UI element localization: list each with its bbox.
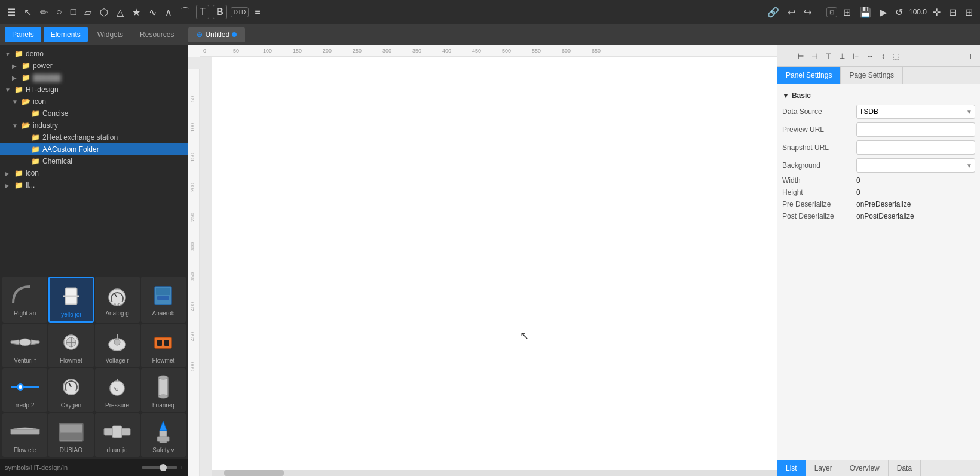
element-dubiao[interactable]: DUBIAO [48, 413, 93, 457]
zoom-slider[interactable] [142, 466, 177, 469]
align-center-h-icon[interactable]: ⊨ [795, 50, 807, 63]
tree-item-heat-exchange[interactable]: 📁 2Heat exchange station [0, 131, 188, 143]
align-right-icon[interactable]: ⊣ [808, 50, 820, 63]
align-center-v-icon[interactable]: ⊥ [836, 50, 848, 63]
tree-item-icon2[interactable]: ▶ 📁 icon [0, 167, 188, 179]
element-analog-gauge[interactable]: 0 kPa Analog g [95, 277, 140, 323]
tab-layer[interactable]: Layer [806, 460, 841, 476]
redo-icon[interactable]: ↪ [801, 4, 814, 20]
collapse-icon[interactable]: ▼ [782, 91, 789, 100]
refresh-icon[interactable]: ↺ [893, 4, 905, 20]
canvas-area[interactable]: 0 50 100 150 200 250 300 350 400 450 500… [188, 45, 777, 476]
tab-list[interactable]: List [777, 460, 806, 476]
tab-elements[interactable]: Elements [44, 27, 88, 42]
element-rredp[interactable]: rredp 2 [2, 368, 47, 412]
arc-icon[interactable]: ⌒ [178, 4, 192, 21]
bold-icon[interactable]: B [213, 5, 227, 19]
tab-widgets[interactable]: Widgets [90, 27, 130, 42]
element-duan-jie[interactable]: duan jie [95, 413, 140, 457]
element-flowmeter1[interactable]: Flowmet [48, 324, 93, 367]
separator [820, 6, 820, 18]
tree-item-aacustom[interactable]: 📁 AACustom Folder [0, 143, 188, 155]
element-pressure[interactable]: °C Pressure [95, 368, 140, 412]
window2-icon[interactable]: ⊞ [963, 4, 975, 20]
tab-resources[interactable]: Resources [133, 27, 181, 42]
element-right-angle[interactable]: Right an [2, 277, 47, 323]
data-source-select[interactable]: TSDB ▼ [856, 105, 975, 119]
background-select[interactable]: ▼ [856, 158, 975, 173]
star-icon[interactable]: ★ [130, 4, 143, 20]
distribute-h-icon[interactable]: ↔ [863, 50, 877, 63]
dtd-icon[interactable]: DTD [231, 7, 249, 17]
element-anaerob[interactable]: Anaerob [141, 277, 186, 323]
tree-item-chemical[interactable]: 📁 Chemical [0, 155, 188, 167]
preview-url-input[interactable] [856, 122, 975, 137]
parallelogram-icon[interactable]: ▱ [82, 4, 94, 20]
tree-item-blurred[interactable]: ▶ 📁 ██████ [0, 72, 188, 84]
element-oxygen[interactable]: Oxygen [48, 368, 93, 412]
rect-icon[interactable]: □ [68, 4, 79, 20]
scrollbar-thumb[interactable] [224, 470, 284, 476]
move-icon[interactable]: ✛ [930, 4, 943, 20]
text-icon[interactable]: T [196, 5, 209, 19]
play-icon[interactable]: ▶ [877, 4, 889, 20]
horizontal-scrollbar[interactable] [212, 470, 777, 476]
tree-view[interactable]: ▼ 📁 demo ▶ 📁 power ▶ 📁 ██████ ▼ 📁 HT-des… [0, 45, 188, 274]
grid-icon[interactable]: ⊞ [841, 4, 853, 20]
triangle-icon[interactable]: △ [114, 4, 126, 20]
element-label: Anaerob [142, 310, 185, 317]
tree-item-concise[interactable]: 📁 Concise [0, 108, 188, 119]
frame-icon[interactable]: ⊡ [826, 7, 837, 17]
tab-panel-settings[interactable]: Panel Settings [777, 67, 841, 84]
svg-rect-17 [157, 340, 162, 346]
tab-data[interactable]: Data [889, 460, 921, 476]
element-flowmeter2[interactable]: Flowmet [141, 324, 186, 367]
element-huanreq[interactable]: huanreq [141, 368, 186, 412]
prop-label-pre-deserialize: Pre Deserialize [782, 200, 854, 208]
element-voltage[interactable]: Voltage r [95, 324, 140, 367]
tree-label: 2Heat exchange station [42, 133, 118, 142]
svg-point-8 [19, 339, 31, 346]
element-safety-valve[interactable]: Safety v [141, 413, 186, 457]
tree-item-demo[interactable]: ▼ 📁 demo [0, 48, 188, 60]
distribute-v-icon[interactable]: ↕ [878, 50, 888, 63]
canvas-content[interactable]: ↖ [212, 57, 777, 476]
element-yello-join[interactable]: yello joi [48, 277, 93, 323]
more-align-icon[interactable]: ⫿ [967, 50, 976, 63]
undo-icon[interactable]: ↩ [785, 4, 798, 20]
hex-icon[interactable]: ⬡ [97, 4, 111, 20]
align-left-icon[interactable]: ⊢ [781, 50, 793, 63]
tab-panels[interactable]: Panels [5, 27, 41, 42]
align-top-icon[interactable]: ⊤ [822, 50, 834, 63]
fit-icon[interactable]: ⬚ [890, 50, 902, 63]
element-thumb [145, 372, 181, 402]
link-icon[interactable]: 🔗 [765, 4, 782, 20]
tree-item-li[interactable]: ▶ 📁 li... [0, 179, 188, 191]
circle-icon[interactable]: ○ [54, 4, 65, 20]
tree-item-icon[interactable]: ▼ 📂 icon [0, 96, 188, 108]
element-venturi[interactable]: Venturi f [2, 324, 47, 367]
list-icon[interactable]: ≡ [252, 4, 262, 20]
select-icon[interactable]: ↖ [22, 4, 34, 20]
pen-icon[interactable]: ✏ [38, 4, 50, 20]
tree-item-industry[interactable]: ▼ 📂 industry [0, 119, 188, 131]
align-bottom-icon[interactable]: ⊩ [850, 50, 862, 63]
tree-item-power[interactable]: ▶ 📁 power [0, 60, 188, 72]
path-text: symbols/HT-design/in [5, 464, 131, 471]
menu-icon[interactable]: ☰ [5, 4, 18, 20]
save-icon[interactable]: 💾 [857, 4, 874, 20]
angle-icon[interactable]: ∧ [163, 4, 174, 20]
svg-text:°C: °C [114, 387, 118, 391]
element-flow-ele[interactable]: Flow ele [2, 413, 47, 457]
svg-text:600: 600 [562, 48, 571, 54]
tab-page-settings[interactable]: Page Settings [841, 67, 903, 84]
section-basic: ▼ Basic [782, 89, 975, 105]
tab-overview[interactable]: Overview [841, 460, 889, 476]
snapshot-url-input[interactable] [856, 140, 975, 155]
zoom-slider-container: − + [136, 465, 183, 471]
toolbar-right: 🔗 ↩ ↪ ⊡ ⊞ 💾 ▶ ↺ 100.0 ✛ ⊟ ⊞ [765, 4, 975, 20]
wave-icon[interactable]: ∿ [146, 4, 159, 20]
tree-item-ht-design[interactable]: ▼ 📁 HT-design [0, 84, 188, 96]
window1-icon[interactable]: ⊟ [947, 4, 959, 20]
file-tab[interactable]: ⊛ Untitled [188, 27, 245, 42]
